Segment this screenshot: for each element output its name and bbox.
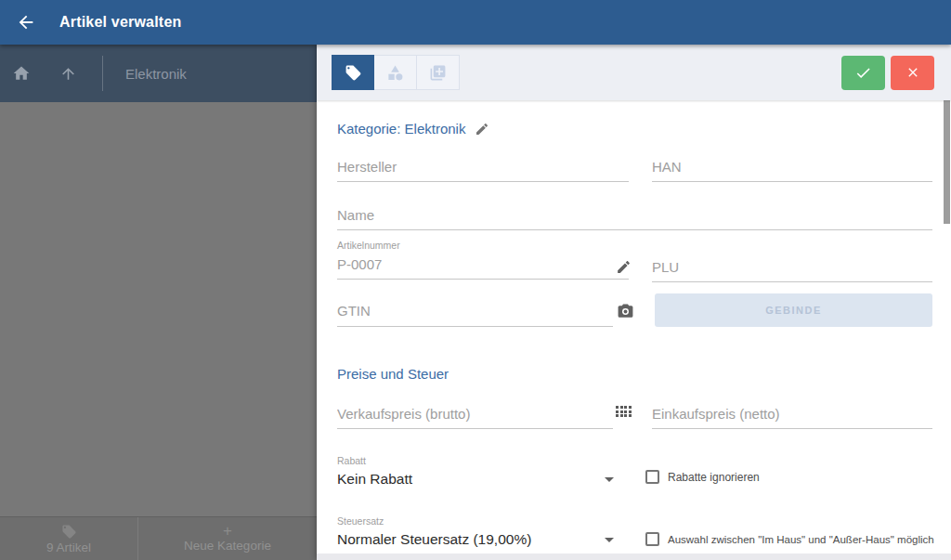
edit-pencil-icon <box>616 259 632 275</box>
plu-input[interactable] <box>652 256 932 282</box>
rabatt-value: Kein Rabatt <box>337 471 932 488</box>
checkbox-icon <box>645 470 659 484</box>
im-haus-ausser-haus-label: Auswahl zwischen "Im Haus" und "Außer-Ha… <box>668 534 934 545</box>
hersteller-han-row <box>337 156 932 188</box>
edit-pencil-icon[interactable] <box>475 122 489 137</box>
artikelnummer-input[interactable] <box>337 254 629 280</box>
arrow-left-icon <box>16 12 36 33</box>
category-heading: Kategorie: Elektronik <box>337 121 465 137</box>
article-count-label: 9 Artikel <box>46 540 91 554</box>
gebinde-button[interactable]: GEBINDE <box>655 293 932 327</box>
artikelnummer-label: Artikelnummer <box>337 240 932 251</box>
tab-duplicate[interactable] <box>417 55 460 90</box>
tag-icon <box>61 524 77 540</box>
article-editor-panel: Kategorie: Elektronik Artikelnummer <box>317 45 951 560</box>
scan-barcode-button[interactable] <box>617 303 634 320</box>
scrollbar-thumb[interactable] <box>944 100 950 224</box>
article-form: Kategorie: Elektronik Artikelnummer <box>317 100 951 560</box>
steuersatz-label: Steuersatz <box>337 515 932 527</box>
name-row <box>337 204 932 236</box>
copy-plus-icon <box>429 64 447 82</box>
nav-divider <box>102 56 103 91</box>
page-title: Artikel verwalten <box>59 14 181 31</box>
chevron-down-icon <box>605 477 614 482</box>
check-icon <box>854 64 872 82</box>
shapes-icon <box>386 64 404 82</box>
preise-section-heading-row: Preise und Steuer <box>337 366 932 382</box>
hersteller-input[interactable] <box>337 156 629 182</box>
new-category-button[interactable]: + Neue Kategorie <box>138 517 317 560</box>
category-browser-panel: Elektronik 9 Artikel + Neue Kategorie <box>0 45 317 560</box>
home-icon <box>12 64 31 83</box>
editor-tabs <box>332 55 460 90</box>
gtin-gebinde-row: GEBINDE <box>337 292 932 329</box>
category-heading-row: Kategorie: Elektronik <box>337 121 932 137</box>
plus-icon: + <box>223 525 232 538</box>
verkaufspreis-input[interactable] <box>337 403 613 429</box>
gtin-input[interactable] <box>337 299 613 327</box>
save-button[interactable] <box>841 56 885 90</box>
back-button[interactable] <box>7 4 45 41</box>
category-overlay <box>0 102 317 516</box>
im-haus-ausser-haus-checkbox[interactable]: Auswahl zwischen "Im Haus" und "Außer-Ha… <box>645 532 934 546</box>
edit-artikelnummer-button[interactable] <box>616 259 632 275</box>
app-bar: Artikel verwalten <box>0 0 951 45</box>
bottom-divider <box>317 553 951 560</box>
rabatt-select[interactable]: Rabatt Kein Rabatt <box>337 455 932 488</box>
tab-article-details[interactable] <box>332 55 374 90</box>
han-input[interactable] <box>652 156 932 182</box>
calculator-keypad-button[interactable] <box>616 406 632 417</box>
checkbox-icon <box>645 532 659 546</box>
tag-icon <box>345 64 362 82</box>
article-count-button[interactable]: 9 Artikel <box>0 517 137 560</box>
close-icon <box>905 65 920 80</box>
editor-toolbar <box>317 45 951 100</box>
rabatte-ignorieren-label: Rabatte ignorieren <box>668 471 760 484</box>
chevron-down-icon <box>605 538 614 542</box>
arrow-up-icon <box>59 65 77 83</box>
einkaufspreis-input[interactable] <box>652 403 932 429</box>
category-nav-bar: Elektronik <box>0 45 317 102</box>
camera-icon <box>617 303 634 320</box>
home-button[interactable] <box>6 58 37 89</box>
preise-row <box>337 403 932 435</box>
name-input[interactable] <box>337 204 932 230</box>
artikelnummer-row: Artikelnummer <box>337 240 932 282</box>
up-level-button[interactable] <box>52 58 84 89</box>
category-footer: 9 Artikel + Neue Kategorie <box>0 516 317 560</box>
rabatte-ignorieren-checkbox[interactable]: Rabatte ignorieren <box>645 470 760 484</box>
rabatt-row: Rabatt Kein Rabatt Rabatte ignorieren <box>337 455 932 500</box>
cancel-button[interactable] <box>891 56 934 90</box>
breadcrumb: Elektronik <box>125 66 187 82</box>
dialpad-icon <box>616 406 632 417</box>
tab-variants[interactable] <box>374 55 417 90</box>
new-category-label: Neue Kategorie <box>184 539 271 553</box>
rabatt-label: Rabatt <box>337 455 932 466</box>
preise-section-heading: Preise und Steuer <box>337 366 449 382</box>
